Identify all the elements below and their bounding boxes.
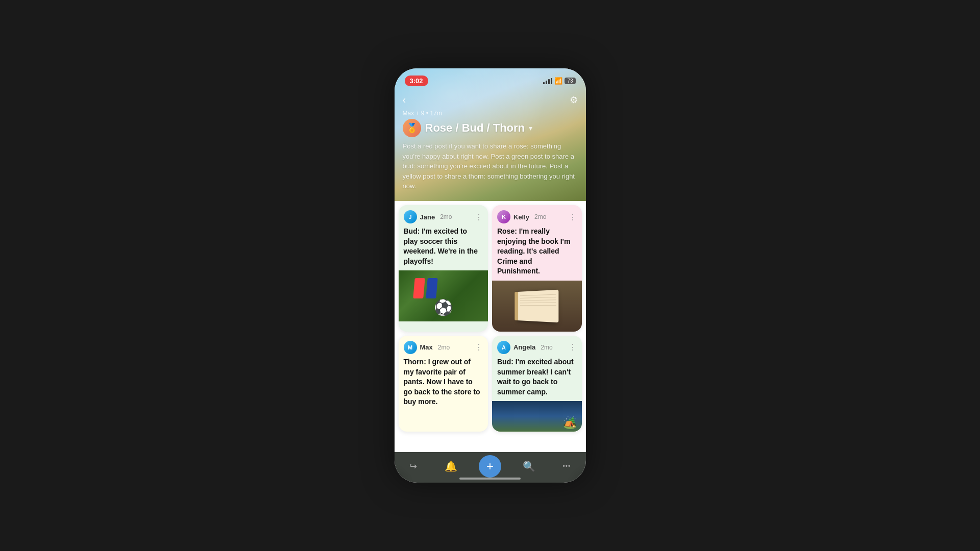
- back-button[interactable]: ‹: [403, 94, 406, 106]
- post-card-angela: A Angela 2mo ⋮ Bud: I'm excited about su…: [492, 336, 582, 432]
- home-indicator: [459, 478, 521, 480]
- menu-max[interactable]: ⋮: [475, 342, 483, 352]
- nav-notifications[interactable]: 🔔: [441, 456, 461, 477]
- post-image-angela: [492, 401, 582, 432]
- posts-container: J Jane 2mo ⋮ Bud: I'm excited to play so…: [395, 201, 586, 452]
- share-icon: ↪: [409, 461, 417, 472]
- header-title-row: 🏅 Rose / Bud / Thorn ▾: [403, 119, 578, 137]
- avatar-max: M: [404, 341, 417, 354]
- battery-display: 73: [565, 78, 575, 84]
- nav-share[interactable]: ↪: [403, 456, 424, 477]
- wifi-icon: 📶: [554, 77, 562, 85]
- signal-icon: [543, 78, 552, 84]
- avatar-jane: J: [404, 210, 417, 223]
- post-image-kelly: [492, 281, 582, 332]
- status-bar: 3:02 📶 73: [395, 68, 586, 86]
- header-bg: ‹ ⚙ Max + 9 • 17m 🏅 Rose / Bud / Thorn ▾…: [395, 68, 586, 201]
- post-header-angela: A Angela 2mo ⋮: [492, 336, 582, 357]
- time-max: 2mo: [438, 344, 450, 351]
- nav-plus[interactable]: +: [479, 455, 501, 478]
- username-kelly: Kelly: [513, 213, 529, 221]
- page-title: Rose / Bud / Thorn: [425, 121, 525, 135]
- plus-icon: +: [486, 459, 494, 473]
- post-text-max: Thorn: I grew out of my favorite pair of…: [399, 357, 488, 411]
- nav-more[interactable]: •••: [556, 456, 577, 477]
- header-description: Post a red post if you want to share a r…: [403, 141, 578, 191]
- username-angela: Angela: [513, 343, 535, 351]
- settings-button[interactable]: ⚙: [570, 94, 578, 106]
- time-display: 3:02: [405, 76, 428, 86]
- post-card-max: M Max 2mo ⋮ Thorn: I grew out of my favo…: [399, 336, 488, 432]
- menu-kelly[interactable]: ⋮: [569, 212, 577, 222]
- post-card-kelly: K Kelly 2mo ⋮ Rose: I'm really enjoying …: [492, 205, 582, 332]
- time-angela: 2mo: [541, 344, 552, 351]
- post-header: J Jane 2mo ⋮: [399, 205, 488, 227]
- bell-icon: 🔔: [445, 460, 457, 472]
- post-header-kelly: K Kelly 2mo ⋮: [492, 205, 582, 227]
- search-icon: 🔍: [523, 460, 535, 472]
- status-icons: 📶 73: [543, 77, 575, 85]
- post-user-max: M Max 2mo: [404, 341, 450, 354]
- post-image-jane: [399, 270, 488, 321]
- avatar-angela: A: [497, 341, 510, 354]
- more-icon: •••: [563, 463, 571, 470]
- avatar-kelly: K: [497, 210, 510, 223]
- menu-jane[interactable]: ⋮: [475, 212, 483, 222]
- menu-angela[interactable]: ⋮: [569, 342, 577, 352]
- chevron-down-icon[interactable]: ▾: [529, 124, 532, 132]
- time-jane: 2mo: [440, 213, 452, 220]
- post-user-jane: J Jane 2mo: [404, 210, 452, 223]
- header-meta: Max + 9 • 17m: [403, 110, 578, 117]
- group-avatar: 🏅: [403, 119, 421, 137]
- post-text-jane: Bud: I'm excited to play soccer this wee…: [399, 227, 488, 270]
- time-kelly: 2mo: [534, 213, 546, 220]
- post-card-jane: J Jane 2mo ⋮ Bud: I'm excited to play so…: [399, 205, 488, 332]
- header-content: Max + 9 • 17m 🏅 Rose / Bud / Thorn ▾ Pos…: [395, 106, 586, 199]
- username-jane: Jane: [420, 213, 435, 221]
- post-text-kelly: Rose: I'm really enjoying the book I'm r…: [492, 227, 582, 281]
- group-avatar-emoji: 🏅: [406, 122, 418, 134]
- post-text-angela: Bud: I'm excited about summer break! I c…: [492, 357, 582, 401]
- username-max: Max: [420, 343, 433, 351]
- post-header-max: M Max 2mo ⋮: [399, 336, 488, 357]
- post-user-kelly: K Kelly 2mo: [497, 210, 546, 223]
- nav-search[interactable]: 🔍: [519, 456, 539, 477]
- posts-grid: J Jane 2mo ⋮ Bud: I'm excited to play so…: [395, 201, 586, 436]
- phone-frame: 3:02 📶 73 ‹ ⚙ Max + 9 • 17m 🏅 Rose / Bud: [395, 68, 586, 483]
- post-user-angela: A Angela 2mo: [497, 341, 553, 354]
